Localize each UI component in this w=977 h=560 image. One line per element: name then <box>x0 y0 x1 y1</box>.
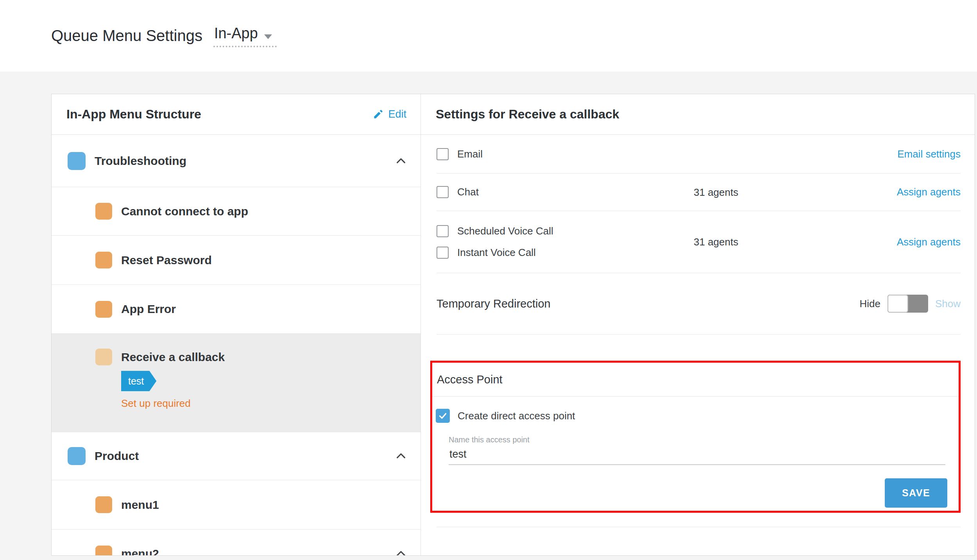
menu-item-product[interactable]: Product <box>52 432 421 480</box>
menu-structure-panel: In-App Menu Structure Edit Troubleshooti… <box>52 94 421 555</box>
menu-item-cannot-connect-to-app[interactable]: Cannot connect to app <box>52 187 421 236</box>
channel-dropdown[interactable]: In-App <box>213 24 277 47</box>
top-bar: Queue Menu Settings In-App <box>0 0 977 72</box>
menu-item-menu2[interactable]: menu2 <box>52 530 421 555</box>
queue-settings-panel: Settings for Receive a callback Email Em… <box>421 94 975 555</box>
chevron-up-icon[interactable] <box>395 547 407 555</box>
email-checkbox[interactable] <box>437 148 449 160</box>
access-point-tag: test <box>121 371 156 391</box>
section-divider <box>437 527 961 527</box>
chat-channel-row: Chat 31 agents Assign agents <box>437 174 961 211</box>
menu-item-label: Receive a callback <box>121 351 225 364</box>
menu-item-menu1[interactable]: menu1 <box>52 480 421 530</box>
hide-label: Hide <box>859 298 880 310</box>
access-point-name-input[interactable] <box>449 448 945 465</box>
voice-assign-agents-link[interactable]: Assign agents <box>897 236 961 248</box>
checkmark-icon <box>438 411 448 421</box>
caret-down-icon <box>264 34 272 39</box>
menu-item-troubleshooting[interactable]: Troubleshooting <box>52 135 421 187</box>
menu-icon <box>95 349 112 365</box>
chat-agents-count: 31 agents <box>694 186 738 198</box>
menu-icon <box>95 252 112 268</box>
access-point-tag-label: test <box>128 376 144 387</box>
scheduled-voice-call-label: Scheduled Voice Call <box>457 225 553 237</box>
menu-panel-header: In-App Menu Structure Edit <box>52 94 421 135</box>
chevron-up-icon[interactable] <box>395 155 407 167</box>
settings-panel-header: Settings for Receive a callback <box>421 94 975 135</box>
create-access-point-checkbox[interactable] <box>436 409 450 423</box>
menu-item-label: menu2 <box>121 547 159 555</box>
menu-icon <box>95 496 112 513</box>
menu-item-reset-password[interactable]: Reset Password <box>52 236 421 285</box>
settings-card: In-App Menu Structure Edit Troubleshooti… <box>51 94 975 556</box>
menu-item-label: Reset Password <box>121 254 212 267</box>
voice-agents-count: 31 agents <box>694 236 738 248</box>
toggle-knob <box>888 295 908 313</box>
menu-icon <box>95 301 112 318</box>
menu-item-app-error[interactable]: App Error <box>52 285 421 334</box>
create-access-point-row: Create direct access point <box>436 409 959 423</box>
pencil-icon <box>372 109 383 120</box>
menu-item-label: menu1 <box>121 498 159 512</box>
menu-item-label: Product <box>95 449 139 463</box>
menu-panel-title: In-App Menu Structure <box>66 107 201 122</box>
chevron-up-icon[interactable] <box>395 450 407 462</box>
chat-label: Chat <box>457 186 479 198</box>
create-access-point-label: Create direct access point <box>458 410 575 422</box>
show-hide-toggle[interactable] <box>888 295 928 313</box>
menu-icon <box>68 447 86 465</box>
setup-required-status: Set up required <box>121 397 407 410</box>
email-channel-row: Email Email settings <box>437 135 961 174</box>
email-settings-link[interactable]: Email settings <box>897 148 961 160</box>
settings-panel-title: Settings for Receive a callback <box>436 107 619 122</box>
instant-voice-call-checkbox[interactable] <box>437 247 449 259</box>
email-label: Email <box>457 148 483 160</box>
content-area: In-App Menu Structure Edit Troubleshooti… <box>0 72 977 560</box>
save-button[interactable]: SAVE <box>885 478 947 508</box>
menu-icon <box>95 203 112 220</box>
page-title: Queue Menu Settings <box>51 27 202 45</box>
access-point-name-field: Name this access point <box>449 435 959 465</box>
menu-item-label: App Error <box>121 302 176 316</box>
temporary-redirection-label: Temporary Redirection <box>437 297 551 310</box>
channel-dropdown-value: In-App <box>214 25 258 42</box>
menu-item-label: Cannot connect to app <box>121 205 248 218</box>
menu-item-label: Troubleshooting <box>95 154 186 168</box>
edit-menu-button[interactable]: Edit <box>372 108 406 120</box>
access-point-title: Access Point <box>432 363 959 397</box>
access-point-name-label: Name this access point <box>449 435 959 444</box>
show-label: Show <box>935 298 961 310</box>
menu-icon <box>95 546 112 556</box>
chat-checkbox[interactable] <box>437 186 449 198</box>
instant-voice-call-label: Instant Voice Call <box>457 247 536 259</box>
scheduled-voice-call-checkbox[interactable] <box>437 225 449 237</box>
voice-channel-row: Scheduled Voice Call Instant Voice Call … <box>437 211 961 273</box>
access-point-section-highlight: Access Point Create direct access point … <box>430 361 961 513</box>
edit-menu-label: Edit <box>388 108 406 120</box>
temporary-redirection-row: Temporary Redirection Hide Show <box>437 273 961 335</box>
menu-icon <box>68 152 86 170</box>
chat-assign-agents-link[interactable]: Assign agents <box>897 186 961 198</box>
menu-item-receive-a-callback[interactable]: Receive a callback test Set up required <box>52 334 421 432</box>
